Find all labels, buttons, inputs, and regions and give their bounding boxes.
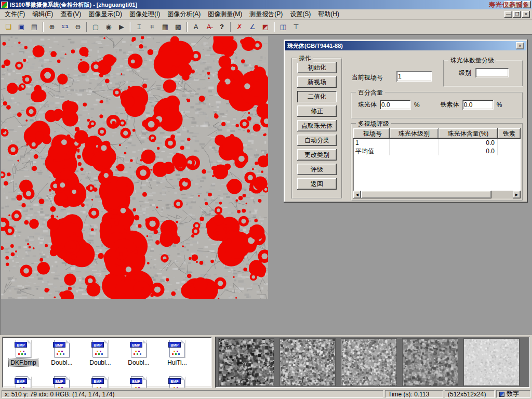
- menu-item-image-analysis[interactable]: 图像分析(A): [164, 9, 204, 20]
- bmp-badge: BMP: [91, 378, 104, 384]
- close-button[interactable]: ×: [523, 1, 531, 8]
- dialog-title-bar[interactable]: 珠光体(GB/T9441-88) ×: [285, 41, 526, 50]
- dialog-close-button[interactable]: ×: [516, 42, 524, 49]
- cell-pearlite: 0.0: [438, 139, 498, 147]
- micrograph-image[interactable]: [1, 36, 268, 299]
- toolbar: ❏ ▣ ▤ ⊕ 1:1 ⊖ ▢ ◉ ▶ ⌶ ⌗ ▦ ▩ A A̶ ? ✗ ∠ ◩…: [0, 20, 532, 34]
- mdi-close-button[interactable]: ×: [522, 11, 530, 18]
- thumbnail-4[interactable]: [402, 338, 458, 386]
- file-item-partial[interactable]: BMP: [119, 376, 158, 388]
- file-item[interactable]: BMP Doubl...: [119, 340, 158, 373]
- compare-button[interactable]: ◫: [277, 21, 289, 33]
- file-item-partial[interactable]: BMP: [158, 376, 196, 388]
- help-button[interactable]: ?: [216, 21, 228, 33]
- bmp-badge: BMP: [168, 378, 181, 384]
- open-button[interactable]: ❏: [2, 21, 15, 33]
- ferrite-percent-input[interactable]: [462, 100, 494, 110]
- rate-button[interactable]: 评级: [297, 164, 337, 175]
- table-header: 视场号 珠光体级别 珠光体含量(%) 铁素: [353, 128, 521, 139]
- zoom-in-button[interactable]: ⊕: [46, 21, 58, 33]
- correct-button[interactable]: 修正: [297, 105, 337, 117]
- new-field-button[interactable]: 新视场: [297, 76, 337, 88]
- file-item[interactable]: BMP Doubl...: [81, 340, 119, 373]
- file-item[interactable]: BMP DKF.bmp: [4, 340, 43, 373]
- menu-item-image-measure[interactable]: 图像测量(M): [204, 9, 246, 20]
- dialog-title: 珠光体(GB/T9441-88): [287, 42, 343, 50]
- file-item-partial[interactable]: BMP: [81, 376, 119, 388]
- compare-icon: ◫: [280, 23, 286, 30]
- video-button[interactable]: ▶: [115, 21, 128, 33]
- menu-item-file[interactable]: 文件(F): [1, 9, 29, 20]
- init-button[interactable]: 初始化: [297, 62, 337, 73]
- maximize-button[interactable]: □: [513, 1, 522, 8]
- pattern-button[interactable]: ▩: [172, 21, 184, 33]
- scroll-right-icon[interactable]: ▶: [513, 191, 521, 198]
- menu-item-image-display[interactable]: 图像显示(D): [85, 9, 126, 20]
- mdi-minimize-button[interactable]: —: [504, 11, 512, 18]
- column-header-ferrite[interactable]: 铁素: [498, 128, 521, 139]
- pearlite-percent-input[interactable]: [380, 100, 411, 110]
- cell-pearlite: 0.0: [438, 147, 498, 155]
- table-row[interactable]: 平均值 0.0: [353, 147, 521, 155]
- caliper-button[interactable]: ⌶: [133, 21, 145, 33]
- thumbnail-1[interactable]: [218, 338, 274, 386]
- thumbnail-3[interactable]: [341, 338, 397, 386]
- binarize-button[interactable]: 二值化: [297, 91, 337, 102]
- thumbnail-5[interactable]: [463, 338, 520, 386]
- column-header-pearlite[interactable]: 珠光体含量(%): [438, 128, 498, 139]
- file-item[interactable]: BMP HuiTi...: [158, 340, 196, 373]
- file-item-partial[interactable]: BMP: [4, 376, 43, 388]
- scrollbar-thumb[interactable]: [361, 191, 491, 198]
- grid-button[interactable]: ▦: [159, 21, 171, 33]
- bmp-file-icon: BMP: [131, 340, 147, 357]
- auto-classify-button[interactable]: 自动分类: [297, 135, 337, 146]
- pick-pearlite-button[interactable]: 点取珠光体: [297, 120, 337, 131]
- title-bar[interactable]: IS100显微摄像系统(金相分析版) - [zhuguangti01] _ □ …: [0, 0, 532, 9]
- menu-item-settings[interactable]: 设置(S): [286, 9, 314, 20]
- thumbnail-2[interactable]: [280, 338, 336, 386]
- text-delete-icon: A̶: [207, 23, 211, 30]
- file-browser: BMP DKF.bmp BMP Doubl... BMP Doubl... BM…: [2, 337, 212, 388]
- return-button[interactable]: 返回: [297, 178, 337, 190]
- mark-button[interactable]: ◩: [259, 21, 272, 33]
- menu-item-report[interactable]: 测量报告(P): [246, 9, 286, 20]
- text-delete-button[interactable]: A̶: [203, 21, 215, 33]
- digital-mode-icon: [499, 392, 504, 397]
- menu-item-edit[interactable]: 编辑(E): [29, 9, 57, 20]
- scroll-left-icon[interactable]: ◀: [353, 191, 361, 198]
- column-header-field[interactable]: 视场号: [353, 128, 390, 139]
- menu-item-view[interactable]: 查看(V): [57, 9, 85, 20]
- measure-angle-button[interactable]: ∠: [246, 21, 259, 33]
- menu-item-help[interactable]: 帮助(H): [314, 9, 343, 20]
- file-item[interactable]: BMP Doubl...: [43, 340, 81, 373]
- caliper-2-button[interactable]: ⌗: [146, 21, 158, 33]
- probe-button[interactable]: ⊤: [290, 21, 302, 33]
- camera-icon: ◉: [105, 23, 111, 30]
- table-row[interactable]: 1 0.0: [353, 139, 521, 147]
- mdi-restore-button[interactable]: ❐: [513, 11, 521, 18]
- horizontal-scrollbar[interactable]: ◀ ▶: [353, 191, 521, 198]
- camera-button[interactable]: ◉: [102, 21, 115, 33]
- cell-field: 1: [353, 139, 390, 147]
- print-icon: ▤: [31, 23, 37, 30]
- zoom-out-button[interactable]: ⊖: [72, 21, 84, 33]
- grade-group: 珠光体数量分级 级别: [443, 60, 523, 87]
- table-body: 1 0.0 平均值 0.0: [353, 139, 521, 191]
- menu-item-image-process[interactable]: 图像处理(I): [126, 9, 164, 20]
- change-class-button[interactable]: 更改类别: [297, 149, 337, 161]
- bmp-badge: BMP: [15, 378, 27, 384]
- current-field-input[interactable]: [396, 71, 432, 82]
- column-header-grade[interactable]: 珠光体级别: [390, 128, 438, 139]
- bmp-badge: BMP: [130, 342, 142, 348]
- minimize-button[interactable]: _: [504, 1, 512, 8]
- bmp-badge: BMP: [15, 342, 27, 348]
- actual-size-button[interactable]: 1:1: [59, 21, 71, 33]
- grade-input[interactable]: [475, 68, 509, 77]
- caliper-icon: ⌶: [137, 23, 141, 30]
- display-button[interactable]: ▢: [89, 21, 102, 33]
- save-button[interactable]: ▣: [15, 21, 28, 33]
- print-button[interactable]: ▤: [28, 21, 41, 33]
- text-button[interactable]: A: [190, 21, 202, 33]
- cut-button[interactable]: ✗: [233, 21, 246, 33]
- file-item-partial[interactable]: BMP: [43, 376, 81, 388]
